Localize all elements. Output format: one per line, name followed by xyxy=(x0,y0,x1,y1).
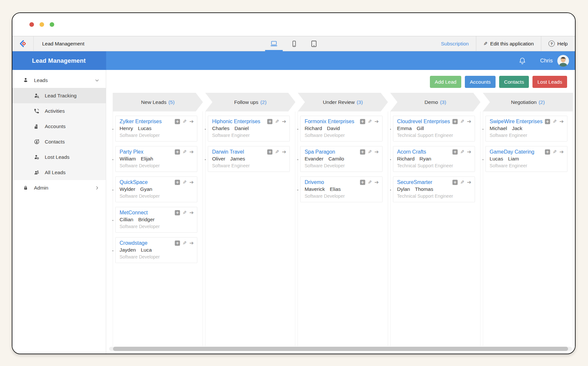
add-icon[interactable] xyxy=(267,119,272,124)
sidebar-item-all-leads[interactable]: All Leads xyxy=(12,165,106,180)
add-icon[interactable] xyxy=(175,149,180,155)
minimize-window-button[interactable] xyxy=(40,22,44,27)
sidebar-item-activities[interactable]: Activities xyxy=(12,103,106,119)
avatar[interactable] xyxy=(557,55,569,67)
edit-icon[interactable] xyxy=(460,150,465,155)
move-right-icon[interactable] xyxy=(374,149,379,155)
add-lead-button[interactable]: Add Lead xyxy=(430,76,461,88)
stage-header-new-leads[interactable]: New Leads (5) xyxy=(113,93,203,111)
stage-header-negotiation[interactable]: Negotiation (2) xyxy=(483,93,573,111)
lead-card[interactable]: Cloudrevel Enterprises Emma Gill Technic… xyxy=(393,116,475,141)
move-right-icon[interactable] xyxy=(189,149,194,155)
sidebar-item-lead-tracking[interactable]: Lead Tracking xyxy=(12,88,106,103)
lead-company-link[interactable]: Darwin Travel xyxy=(212,149,270,155)
lead-company-link[interactable]: Zylker Enterprises xyxy=(120,119,177,125)
lead-card[interactable]: Hiphonic Enterprises Charles Daniel Soft… xyxy=(208,116,290,141)
move-right-icon[interactable] xyxy=(189,180,194,185)
add-icon[interactable] xyxy=(175,180,180,185)
edit-icon[interactable] xyxy=(183,241,187,246)
move-right-icon[interactable] xyxy=(282,149,286,155)
edit-icon[interactable] xyxy=(368,150,372,155)
edit-icon[interactable] xyxy=(460,119,465,124)
sidebar-item-lost-leads[interactable]: Lost Leads xyxy=(12,149,106,165)
move-right-icon[interactable] xyxy=(560,119,564,124)
lead-card[interactable]: Drivemo Maverick Elias Software Develope… xyxy=(300,176,382,202)
close-window-button[interactable] xyxy=(29,22,34,27)
lead-company-link[interactable]: GameDay Catering xyxy=(490,149,547,155)
move-right-icon[interactable] xyxy=(189,210,194,215)
lead-card[interactable]: Crowdstage Jayden Luca Software Develope… xyxy=(115,237,197,263)
move-right-icon[interactable] xyxy=(560,149,564,155)
creator-logo[interactable] xyxy=(12,36,34,51)
add-icon[interactable] xyxy=(175,119,180,124)
lead-card[interactable]: SecureSmarter Dylan Thomas Technical Sup… xyxy=(393,176,475,202)
edit-icon[interactable] xyxy=(183,119,187,124)
lead-card[interactable]: Darwin Travel Oliver James Software Engi… xyxy=(208,146,290,172)
stage-header-follow-ups[interactable]: Follow ups (2) xyxy=(205,93,295,111)
add-icon[interactable] xyxy=(175,241,180,246)
lead-company-link[interactable]: QuickSpace xyxy=(120,179,177,185)
add-icon[interactable] xyxy=(545,149,550,155)
move-right-icon[interactable] xyxy=(467,180,471,185)
add-icon[interactable] xyxy=(452,149,458,155)
add-icon[interactable] xyxy=(175,210,180,215)
lead-card[interactable]: QuickSpace Wylder Gyan Software Develope… xyxy=(115,176,197,202)
add-icon[interactable] xyxy=(267,149,272,155)
edit-icon[interactable] xyxy=(460,180,465,185)
add-icon[interactable] xyxy=(452,180,458,185)
move-right-icon[interactable] xyxy=(374,119,379,124)
edit-icon[interactable] xyxy=(183,150,187,155)
laptop-device-tab[interactable] xyxy=(268,36,280,51)
stage-header-demo[interactable]: Demo (3) xyxy=(390,93,481,111)
lead-company-link[interactable]: Crowdstage xyxy=(120,240,177,246)
horizontal-scrollbar[interactable] xyxy=(109,347,572,351)
add-icon[interactable] xyxy=(360,180,365,185)
lead-card[interactable]: Zylker Enterprises Henry Lucas Software … xyxy=(115,116,197,141)
lead-company-link[interactable]: Cloudrevel Enterprises xyxy=(397,119,455,125)
lead-company-link[interactable]: SwipeWire Enterprises xyxy=(490,119,547,125)
add-icon[interactable] xyxy=(360,119,365,124)
edit-application-button[interactable]: Edit this application xyxy=(476,36,541,51)
lead-card[interactable]: Party Plex William Elijah Software Devel… xyxy=(115,146,197,172)
contacts-button[interactable]: Contacts xyxy=(499,76,529,88)
lead-card[interactable]: SwipeWire Enterprises Michael Jack Softw… xyxy=(485,116,567,141)
move-right-icon[interactable] xyxy=(282,119,286,124)
lost-leads-button[interactable]: Lost Leads xyxy=(532,76,567,88)
notifications-button[interactable] xyxy=(518,57,526,65)
move-right-icon[interactable] xyxy=(467,149,471,155)
edit-icon[interactable] xyxy=(368,119,372,124)
move-right-icon[interactable] xyxy=(467,119,471,124)
sidebar-item-accounts[interactable]: Accounts xyxy=(12,119,106,134)
edit-icon[interactable] xyxy=(368,180,372,185)
lead-company-link[interactable]: SecureSmarter xyxy=(397,179,455,185)
move-right-icon[interactable] xyxy=(189,119,194,124)
edit-icon[interactable] xyxy=(553,119,557,124)
sidebar-item-admin[interactable]: Admin xyxy=(12,180,106,195)
edit-icon[interactable] xyxy=(275,150,279,155)
help-button[interactable]: Help xyxy=(541,36,575,51)
subscription-link[interactable]: Subscription xyxy=(434,36,476,51)
lead-company-link[interactable]: Drivemo xyxy=(304,179,362,185)
sidebar-item-leads[interactable]: Leads xyxy=(12,73,106,88)
lead-company-link[interactable]: Spa Paragon xyxy=(304,149,362,155)
add-icon[interactable] xyxy=(452,119,458,124)
stage-header-under-review[interactable]: Under Review (3) xyxy=(298,93,388,111)
move-right-icon[interactable] xyxy=(374,180,379,185)
zoom-window-button[interactable] xyxy=(50,22,54,27)
lead-card[interactable]: GameDay Catering Lucas Liam Software Eng… xyxy=(485,146,567,172)
lead-company-link[interactable]: Party Plex xyxy=(120,149,177,155)
lead-card[interactable]: MetConnect Cillian Bridger Software Deve… xyxy=(115,207,197,233)
move-right-icon[interactable] xyxy=(189,241,194,246)
lead-company-link[interactable]: Acorn Crafts xyxy=(397,149,455,155)
phone-device-tab[interactable] xyxy=(289,36,300,51)
lead-company-link[interactable]: Hiphonic Enterprises xyxy=(212,119,270,125)
edit-icon[interactable] xyxy=(183,180,187,185)
edit-icon[interactable] xyxy=(183,210,187,215)
lead-card[interactable]: Formonix Enterprises Richard David Softw… xyxy=(300,116,382,141)
accounts-button[interactable]: Accounts xyxy=(465,76,496,88)
tablet-device-tab[interactable] xyxy=(308,36,320,51)
lead-card[interactable]: Spa Paragon Evander Camilo Software Deve… xyxy=(300,146,382,172)
lead-card[interactable]: Acorn Crafts Richard Ryan Technical Supp… xyxy=(393,146,475,172)
edit-icon[interactable] xyxy=(275,119,279,124)
lead-company-link[interactable]: Formonix Enterprises xyxy=(304,119,362,125)
